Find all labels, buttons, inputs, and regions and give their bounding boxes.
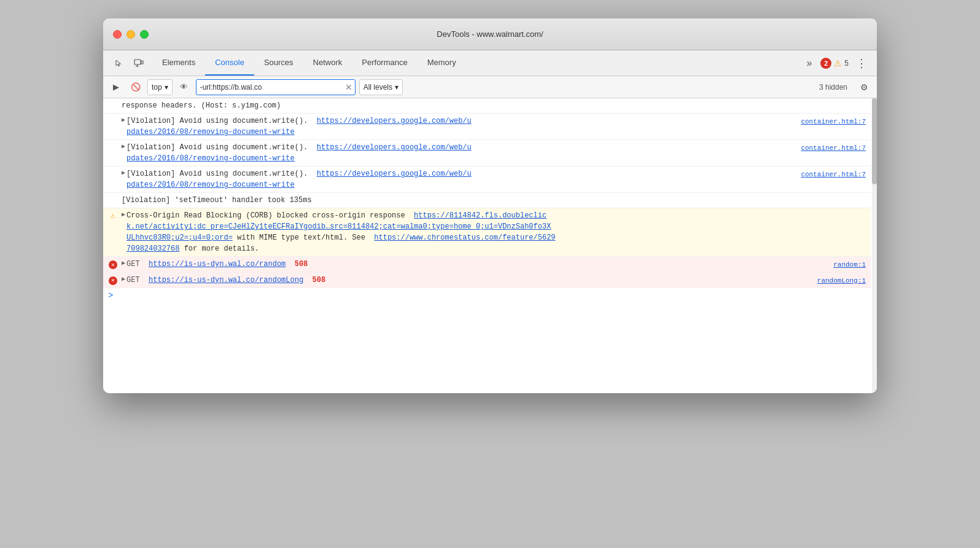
log-line-warning: ⚠ ▶ Cross-Origin Read Blocking (CORB) bl… <box>103 208 871 257</box>
tab-extras: » 2 ⚠ 5 ⋮ <box>798 50 874 76</box>
blank-icon <box>108 101 118 111</box>
error-code: 508 <box>313 276 326 284</box>
log-text: GET https://is-us-dyn.wal.co/randomLong … <box>126 275 812 286</box>
filter-input[interactable] <box>196 79 356 95</box>
close-button[interactable] <box>113 30 122 39</box>
levels-select[interactable]: All levels ▾ <box>359 79 403 95</box>
warning-icon: ⚠ <box>108 211 118 221</box>
expand-icon[interactable]: ▶ <box>122 142 125 151</box>
expand-icon[interactable]: ▶ <box>122 168 125 178</box>
log-line: ▶ [Violation] Avoid using document.write… <box>103 114 871 140</box>
violation-link2[interactable]: pdates/2016/08/removing-document-write <box>126 181 295 189</box>
blank-icon <box>108 143 118 153</box>
source-link[interactable]: randomLong:1 <box>817 277 866 284</box>
violation-link[interactable]: https://developers.google.com/web/u <box>317 170 472 178</box>
error-icon: ✕ <box>108 276 118 286</box>
cmd-prompt: > <box>108 291 113 300</box>
run-button[interactable]: ▶ <box>108 79 124 95</box>
error-url[interactable]: https://is-us-dyn.wal.co/randomLong <box>149 276 303 284</box>
window-title: DevTools - www.walmart.com/ <box>437 29 543 39</box>
blank-icon <box>108 117 118 127</box>
log-source: container.html:7 <box>801 143 866 154</box>
violation-link2[interactable]: pdates/2016/08/removing-document-write <box>126 128 295 136</box>
expand-icon[interactable]: ▶ <box>122 115 125 125</box>
scrollbar-thumb[interactable] <box>872 98 877 184</box>
tab-performance[interactable]: Performance <box>352 50 417 76</box>
error-icon: ✕ <box>108 260 118 270</box>
log-line: ▶ [Violation] Avoid using document.write… <box>103 140 871 166</box>
settings-button[interactable]: ⚙ <box>856 79 872 95</box>
more-tabs-button[interactable]: » <box>803 55 815 71</box>
violation-link[interactable]: https://developers.google.com/web/u <box>317 117 472 125</box>
expand-icon[interactable]: ▶ <box>122 210 125 219</box>
source-link[interactable]: container.html:7 <box>801 144 866 152</box>
corb-link2[interactable]: k.net/activityi;dc_pre=CJeHlZy1teECFRaIY… <box>126 222 551 231</box>
log-source: randomLong:1 <box>817 276 866 286</box>
console-content: response headers. (Host: s.yimg.com) ▶ [… <box>103 98 877 393</box>
corb-link3[interactable]: ULhhvc83R0;u2=;u4=0;ord= <box>126 233 233 242</box>
log-line: response headers. (Host: s.yimg.com) <box>103 98 871 114</box>
chevron-down-icon: ▾ <box>395 83 399 92</box>
clear-filter-button[interactable]: ✕ <box>345 82 352 92</box>
kebab-menu-button[interactable]: ⋮ <box>854 57 869 70</box>
log-text: [Violation] Avoid using document.write()… <box>126 115 796 138</box>
log-text: [Violation] Avoid using document.write()… <box>126 168 796 190</box>
tab-elements[interactable]: Elements <box>152 50 205 76</box>
violation-link2[interactable]: pdates/2016/08/removing-document-write <box>126 154 295 163</box>
cursor-icon[interactable] <box>111 55 128 72</box>
error-count: 2 ⚠ 5 <box>820 58 849 69</box>
minimize-button[interactable] <box>126 30 135 39</box>
corb-link4[interactable]: https://www.chromestatus.com/feature/562… <box>374 233 555 242</box>
violation-link[interactable]: https://developers.google.com/web/u <box>317 143 472 152</box>
log-text: [Violation] Avoid using document.write()… <box>126 142 796 164</box>
block-button[interactable]: 🚫 <box>128 79 144 95</box>
command-line[interactable]: > <box>103 288 871 303</box>
error-code: 508 <box>295 260 308 268</box>
source-link[interactable]: container.html:7 <box>801 171 866 178</box>
log-source: container.html:7 <box>801 170 866 180</box>
devtools-window: DevTools - www.walmart.com/ Elements <box>103 18 877 393</box>
log-source: container.html:7 <box>801 117 866 127</box>
source-link[interactable]: container.html:7 <box>801 118 866 125</box>
traffic-lights <box>113 30 149 39</box>
chevron-down-icon: ▾ <box>165 83 168 92</box>
device-icon[interactable] <box>130 55 147 72</box>
console-toolbar: ▶ 🚫 top ▾ 👁 ✕ All levels ▾ 3 hidden ⚙ <box>103 76 877 98</box>
expand-icon[interactable]: ▶ <box>122 259 125 268</box>
error-badge: 2 <box>820 58 831 69</box>
log-line: [Violation] 'setTimeout' handler took 13… <box>103 193 871 208</box>
tab-memory[interactable]: Memory <box>418 50 466 76</box>
svg-rect-1 <box>141 61 143 64</box>
tab-console[interactable]: Console <box>205 50 254 76</box>
eye-icon[interactable]: 👁 <box>176 79 192 95</box>
tab-network[interactable]: Network <box>303 50 352 76</box>
filter-input-wrap: ✕ <box>196 79 356 95</box>
log-text: GET https://is-us-dyn.wal.co/random 508 <box>126 259 828 270</box>
tab-icons <box>106 50 152 76</box>
log-text: Cross-Origin Read Blocking (CORB) blocke… <box>126 210 866 254</box>
source-link[interactable]: random:1 <box>833 261 866 268</box>
corb-link[interactable]: https://8114842.fls.doubleclic <box>414 211 546 220</box>
log-text: response headers. (Host: s.yimg.com) <box>122 100 866 111</box>
get-label: GET <box>126 260 144 268</box>
tabbar: Elements Console Sources Network Perform… <box>103 50 877 76</box>
log-source: random:1 <box>833 260 866 270</box>
context-select[interactable]: top ▾ <box>147 79 173 95</box>
blank-icon <box>108 196 118 206</box>
log-line: ▶ [Violation] Avoid using document.write… <box>103 166 871 193</box>
log-line-error: ✕ ▶ GET https://is-us-dyn.wal.co/random … <box>103 257 871 273</box>
warning-badge: 5 <box>844 59 849 68</box>
titlebar: DevTools - www.walmart.com/ <box>103 18 877 50</box>
svg-rect-0 <box>134 60 141 65</box>
tab-sources[interactable]: Sources <box>254 50 303 76</box>
corb-link5[interactable]: 709824032768 <box>126 245 179 253</box>
warning-icon: ⚠ <box>834 58 842 68</box>
expand-icon[interactable]: ▶ <box>122 275 125 284</box>
maximize-button[interactable] <box>140 30 149 39</box>
log-area: response headers. (Host: s.yimg.com) ▶ [… <box>103 98 877 303</box>
scrollbar-track <box>872 98 877 393</box>
log-text: [Violation] 'setTimeout' handler took 13… <box>122 195 866 206</box>
tabs: Elements Console Sources Network Perform… <box>152 50 798 76</box>
log-line-error: ✕ ▶ GET https://is-us-dyn.wal.co/randomL… <box>103 273 871 289</box>
error-url[interactable]: https://is-us-dyn.wal.co/random <box>149 260 286 268</box>
